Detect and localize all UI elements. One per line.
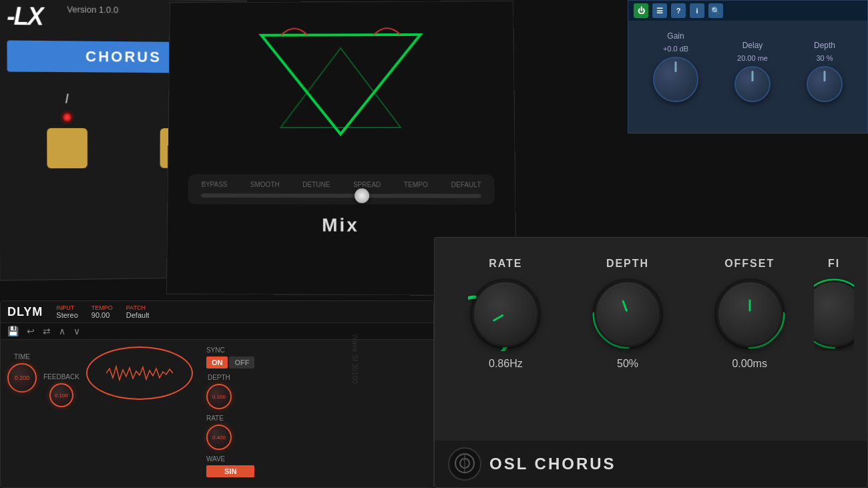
dlym-waveform (86, 346, 193, 400)
dlym-rate-wave: DEPTH 0.100 (206, 374, 255, 409)
dlym-toolbar-shuffle-icon[interactable]: ⇄ (43, 326, 51, 336)
osl-fi-knob[interactable] (814, 280, 854, 347)
delay-top-bar: ⏻ ☰ ? i 🔍 (628, 1, 867, 21)
dlym-patch-value: Default (126, 311, 150, 319)
osl-rate-knob[interactable] (472, 280, 539, 347)
dlym-rate-group: DEPTH 0.100 (206, 374, 232, 409)
dlym-rate-group2: RATE 0.400 (206, 415, 255, 450)
osl-rate-label: RATE (489, 258, 522, 270)
dlym-header-info: INPUT Stereo TEMPO 90.00 PATCH Default (56, 304, 149, 319)
dlym-sync-label: SYNC (206, 346, 255, 354)
delay-controls: Gain +0.0 dB Delay 20.00 me Depth 30 % (628, 21, 867, 113)
mix-label: Mix (168, 214, 515, 237)
dlym-depth-val: 0.100 (212, 394, 226, 400)
mix-triangle-svg (240, 15, 441, 161)
dlym-sync-off-button[interactable]: OFF (229, 356, 254, 369)
dlym-time-val: 0.200 (15, 375, 30, 381)
dlym-toolbar: 💾 ↩ ⇄ ∧ ∨ (1, 323, 433, 340)
delay-depth-value: 30 % (816, 54, 833, 62)
dlym-feedback-group: FEEDBACK 0.100 (43, 373, 79, 479)
dlym-patch-label: PATCH (126, 304, 150, 311)
dlym-toolbar-undo-icon[interactable]: ↩ (27, 326, 35, 336)
osl-logo-text (453, 451, 477, 477)
chorus-channel-1-label: I (65, 91, 69, 106)
dlym-body: TIME 0.200 FEEDBACK 0.100 SYNC ON OFF (1, 340, 433, 486)
dlym-tempo-value: 90.00 (91, 311, 113, 319)
dlym-time-group: TIME 0.200 (7, 353, 37, 479)
delay-gain-label: Gain (667, 31, 684, 41)
search-icon[interactable]: 🔍 (708, 3, 723, 18)
dlym-depth-knob[interactable]: 0.100 (206, 384, 232, 409)
dlym-wave-label: WAVE (206, 455, 255, 463)
mix-slider-thumb[interactable] (355, 188, 369, 203)
osl-offset-knob[interactable] (716, 280, 783, 347)
dlym-wave-group: WAVE SIN (206, 455, 255, 477)
dlym-sync-toggle[interactable]: ON OFF (206, 356, 255, 369)
osl-rate-value: 0.86Hz (489, 358, 523, 370)
dlym-time-knob[interactable]: 0.200 (7, 363, 37, 393)
dlym-rate-label2: RATE (206, 415, 255, 422)
osl-depth-group: DEPTH 50% (570, 258, 686, 370)
mix-slider-track[interactable] (201, 194, 481, 198)
osl-offset-knob-container[interactable] (712, 276, 787, 351)
dlym-feedback-label: FEEDBACK (43, 373, 79, 381)
delay-depth-label: Depth (814, 41, 835, 50)
dlym-wave-button[interactable]: SIN (206, 465, 255, 477)
delay-depth-knob[interactable] (807, 66, 843, 102)
mix-slider-labels: BYPASSSMOOTHDETUNESPREADTEMPODEFAULT (201, 181, 481, 189)
dlym-feedback-val: 0.100 (55, 393, 68, 399)
osl-offset-group: OFFSET 0.00ms (692, 258, 807, 370)
osl-depth-label: DEPTH (606, 258, 649, 270)
delay-delay-label: Delay (742, 41, 763, 50)
menu-icon[interactable]: ☰ (652, 3, 667, 18)
chorus-lx-title: -LX (7, 2, 43, 31)
delay-delay-knob[interactable] (734, 66, 771, 102)
svg-marker-0 (260, 35, 421, 134)
delay-delay-value: 20.00 me (737, 54, 768, 62)
dlym-input-label: INPUT (56, 304, 77, 311)
dlym-tempo-label: TEMPO (91, 304, 113, 311)
osl-fi-knob-container[interactable] (814, 276, 854, 351)
dlym-toolbar-save-icon[interactable]: 💾 (7, 326, 19, 336)
dlym-patch-item: PATCH Default (126, 304, 150, 319)
osl-rate-group: RATE 0.86Hz (448, 258, 564, 370)
osl-offset-label: OFFSET (724, 258, 775, 270)
dlym-toolbar-up-icon[interactable]: ∧ (59, 326, 65, 336)
info-icon[interactable]: i (690, 3, 704, 18)
osl-chorus-plugin: RATE 0.86Hz DEPTH (434, 237, 868, 488)
osl-logo (448, 447, 481, 481)
question-icon[interactable]: ? (671, 3, 686, 18)
svg-line-5 (623, 301, 626, 310)
dlym-rate-val: 0.400 (212, 435, 226, 441)
dlym-sync-row: SYNC ON OFF (206, 346, 255, 369)
dlym-sync-on-button[interactable]: ON (206, 356, 228, 369)
osl-depth-knob-container[interactable] (590, 276, 665, 351)
osl-fi-label: FI (828, 258, 840, 270)
delay-delay-group: Delay 20.00 me (734, 41, 771, 102)
dlym-input-value: Stereo (56, 311, 77, 319)
chorus-mode-label: CHORUS (85, 48, 162, 65)
osl-depth-value: 50% (617, 358, 638, 370)
mix-slider-area[interactable]: BYPASSSMOOTHDETUNESPREADTEMPODEFAULT (188, 174, 495, 205)
dlym-depth-label: DEPTH (208, 374, 230, 381)
dlym-feedback-knob[interactable]: 0.100 (49, 383, 73, 407)
delay-gain-knob[interactable] (653, 57, 698, 102)
delay-gain-value: +0.0 dB (663, 45, 688, 53)
mix-triangle-area (168, 1, 515, 174)
power-icon[interactable]: ⏻ (634, 3, 648, 18)
chorus-knob-1[interactable] (47, 128, 87, 168)
osl-rate-knob-container[interactable] (468, 276, 543, 351)
dlym-rate-knob[interactable]: 0.400 (206, 425, 232, 450)
dlym-plugin: DLYM INPUT Stereo TEMPO 90.00 PATCH Defa… (0, 300, 434, 488)
delay-depth-group: Depth 30 % (807, 41, 843, 102)
osl-fi-group: FI (814, 258, 854, 351)
dlym-header: DLYM INPUT Stereo TEMPO 90.00 PATCH Defa… (1, 301, 433, 323)
dlym-toolbar-down-icon[interactable]: ∨ (73, 326, 80, 336)
osl-knob-row: RATE 0.86Hz DEPTH (435, 238, 867, 377)
delay-gain-group: Gain +0.0 dB (653, 31, 698, 102)
chorus-lx-version: Version 1.0.0 (67, 4, 118, 15)
svg-marker-1 (280, 48, 401, 128)
chorus-led-1 (63, 113, 71, 121)
osl-depth-knob[interactable] (594, 280, 661, 347)
delay-plugin: ⏻ ☰ ? i 🔍 Gain +0.0 dB Delay 20.00 me De… (628, 0, 868, 134)
